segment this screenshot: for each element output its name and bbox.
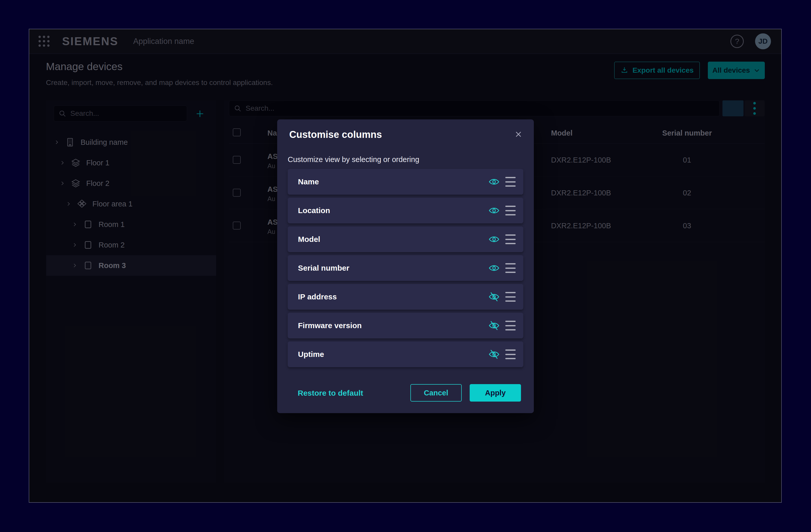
- column-card-ip-address[interactable]: IP address: [288, 284, 523, 310]
- close-button[interactable]: [512, 127, 525, 141]
- drag-handle[interactable]: [505, 177, 516, 187]
- column-label: Location: [298, 198, 330, 223]
- visibility-toggle[interactable]: [487, 291, 501, 303]
- eye-icon: [488, 205, 500, 216]
- column-card-uptime[interactable]: Uptime: [288, 341, 523, 367]
- eye-icon: [488, 262, 500, 274]
- visibility-toggle[interactable]: [487, 176, 501, 188]
- column-label: Name: [298, 169, 319, 195]
- column-card-serial-number[interactable]: Serial number: [288, 255, 523, 281]
- column-card-location[interactable]: Location: [288, 198, 523, 223]
- column-label: Firmware version: [298, 313, 362, 338]
- column-label: Uptime: [298, 341, 324, 367]
- column-card-firmware-version[interactable]: Firmware version: [288, 313, 523, 338]
- drag-handle[interactable]: [505, 292, 516, 302]
- modal-subtitle: Customize view by selecting or ordering: [288, 155, 419, 164]
- restore-to-default-link[interactable]: Restore to default: [298, 389, 363, 397]
- visibility-toggle[interactable]: [487, 348, 501, 361]
- apply-button[interactable]: Apply: [470, 384, 521, 401]
- close-icon: [514, 130, 523, 139]
- column-label: Serial number: [298, 255, 349, 281]
- drag-handle[interactable]: [505, 263, 516, 273]
- eye-icon: [488, 176, 500, 187]
- drag-handle[interactable]: [505, 321, 516, 331]
- column-label: Model: [298, 226, 320, 252]
- visibility-toggle[interactable]: [487, 233, 501, 245]
- customise-columns-modal: Customise columns Customize view by sele…: [277, 119, 534, 413]
- visibility-toggle[interactable]: [487, 204, 501, 217]
- app-window: SIEMENS Application name ? JD Manage dev…: [29, 29, 782, 503]
- column-card-name[interactable]: Name: [288, 169, 523, 195]
- visibility-toggle[interactable]: [487, 319, 501, 332]
- drag-handle[interactable]: [505, 234, 516, 244]
- eye-icon: [488, 234, 500, 245]
- column-label: IP address: [298, 284, 337, 310]
- eye-off-icon: [488, 320, 500, 331]
- eye-off-icon: [488, 349, 500, 360]
- drag-handle[interactable]: [505, 349, 516, 359]
- eye-off-icon: [488, 291, 500, 302]
- modal-title: Customise columns: [289, 129, 382, 140]
- visibility-toggle[interactable]: [487, 262, 501, 274]
- cancel-button[interactable]: Cancel: [410, 384, 462, 401]
- drag-handle[interactable]: [505, 206, 516, 215]
- column-card-model[interactable]: Model: [288, 226, 523, 252]
